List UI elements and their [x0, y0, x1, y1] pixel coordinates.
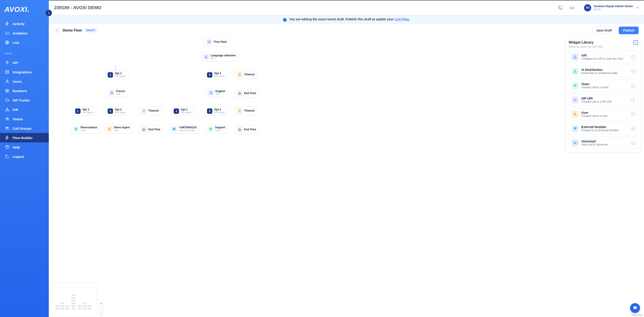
svg-point-55 — [576, 85, 576, 85]
sidebar-item-help[interactable]: Help — [0, 142, 49, 152]
svg-point-16 — [8, 118, 8, 119]
node-opt1-b[interactable]: 1 Opt 1IVR Option — [73, 107, 96, 115]
node-timeout-b[interactable]: Timeout — [139, 107, 161, 115]
widget--distribution[interactable]: % DistributionRoute flow to conditional … — [568, 65, 638, 77]
chat-fab[interactable] — [630, 303, 640, 313]
sidebar-item-live[interactable]: Live — [0, 38, 49, 47]
widget-voicemail[interactable]: VoicemailSend call to Voicemail+ — [568, 137, 638, 149]
publish-button[interactable]: Publish — [619, 26, 639, 34]
sidebar-item-flow-builder[interactable]: Flow Builder — [0, 133, 49, 142]
zoom-out-button[interactable]: − — [99, 306, 104, 311]
node-english[interactable]: EnglishIVR — [206, 88, 228, 97]
user-icon — [5, 79, 10, 84]
widget-ivr[interactable]: IVRConfigure an IVR to route this Flow+ — [568, 51, 638, 63]
nav-label: Logout — [12, 155, 24, 158]
draft-badge: DRAFT — [84, 28, 97, 33]
sidebar-item-integrations[interactable]: Integrations — [0, 67, 49, 77]
sidebar-item-ivr[interactable]: IVR — [0, 105, 49, 114]
svg-point-41 — [175, 129, 175, 129]
info-icon: i — [283, 18, 287, 22]
ivr-icon — [208, 90, 214, 95]
sidebar-item-api[interactable]: API — [0, 58, 49, 67]
widget-team[interactable]: TeamForward call to a Team+ — [568, 80, 638, 92]
nav-label: SIP Trunks — [12, 98, 30, 102]
draft-banner: i You are editing the most recent draft.… — [49, 15, 644, 24]
node-opt2-b[interactable]: 2 Opt 2IVR Option — [105, 107, 128, 115]
user-role: Admin — [594, 8, 633, 11]
sidebar-item-call-groups[interactable]: Call Groups — [0, 124, 49, 133]
sidebar-item-sip-trunks[interactable]: SIP Trunks — [0, 95, 49, 105]
end-icon — [237, 127, 242, 132]
node-flow-start[interactable]: Flow Start — [204, 38, 229, 46]
widget-external-number[interactable]: External NumberForward to an External Nu… — [568, 122, 638, 135]
svg-point-40 — [174, 129, 174, 129]
node-opt1-a[interactable]: 1 Opt 1IVR Option — [105, 70, 128, 79]
voicemail-icon[interactable] — [568, 4, 575, 11]
node-end-c[interactable]: End Flow — [234, 125, 258, 134]
node-language-selection[interactable]: Language selectionIVR — [201, 52, 238, 61]
node-support[interactable]: SupportTeam — [206, 124, 228, 133]
back-button[interactable] — [54, 27, 60, 33]
sidebar-item-activity[interactable]: Activity — [0, 19, 49, 28]
widget-desc: Forward call to a Team — [581, 86, 628, 89]
svg-point-53 — [576, 72, 576, 73]
sidebar-item-analytics[interactable]: Analytics — [0, 28, 49, 38]
banner-text: You are editing the most recent draft. P… — [289, 17, 394, 21]
widget-sip-uri[interactable]: SIP URIForward call to a SIP URI+ — [568, 94, 638, 106]
node-opt2-c[interactable]: 2 Opt 2IVR Option — [204, 107, 228, 115]
add-widget-icon[interactable]: + — [631, 98, 635, 102]
bolt-icon — [5, 135, 10, 140]
widget-user[interactable]: UserForward call to a User+ — [568, 108, 638, 120]
collapse-panel-button[interactable]: − — [634, 40, 638, 45]
nav-label: Live — [12, 41, 19, 44]
sidebar-item-users[interactable]: Users — [0, 77, 49, 86]
node-french[interactable]: FrenchIVR — [106, 88, 128, 97]
svg-point-34 — [109, 128, 110, 129]
sidebar-item-numbers[interactable]: Numbers — [0, 86, 49, 95]
svg-point-42 — [173, 129, 174, 130]
dots-icon — [5, 88, 10, 93]
add-widget-icon[interactable]: + — [631, 141, 635, 145]
add-widget-icon[interactable]: + — [631, 127, 635, 131]
sidebar-item-teams[interactable]: Teams — [0, 114, 49, 124]
widget-title: SIP URI — [581, 97, 628, 100]
node-end-b[interactable]: End Flow — [139, 125, 163, 134]
node-reservations[interactable]: ReservationsTeam — [71, 124, 100, 133]
add-widget-icon[interactable]: + — [631, 112, 635, 116]
sidebar-item-logout[interactable]: Logout — [0, 152, 49, 161]
dialer-icon[interactable] — [556, 4, 564, 11]
minimap[interactable] — [50, 283, 97, 316]
sidebar-collapse-button[interactable] — [46, 10, 52, 16]
add-widget-icon[interactable]: + — [631, 84, 635, 88]
save-draft-button[interactable]: Save Draft — [592, 26, 616, 34]
user-menu[interactable]: TR Tasleem Rayali Admin Demo Admin ▾ — [584, 4, 639, 11]
user-name: Tasleem Rayali Admin Demo — [594, 4, 633, 8]
zoom-in-button[interactable]: + — [99, 301, 104, 306]
svg-point-37 — [174, 128, 174, 128]
svg-point-62 — [576, 128, 576, 129]
add-widget-icon[interactable]: + — [631, 55, 635, 59]
node-opt2-a[interactable]: 2 Opt 2IVR Option — [204, 70, 228, 79]
svg-point-1 — [6, 70, 8, 71]
node-demo-agent[interactable]: Demo AgentUser — [104, 124, 132, 133]
stack-icon — [5, 70, 10, 74]
nav-label: Flow Builder — [12, 136, 33, 140]
live-flow-link[interactable]: Live Flow. — [394, 17, 410, 21]
svg-point-44 — [175, 129, 175, 130]
node-timeout-a[interactable]: Timeout — [234, 70, 257, 79]
fit-view-button[interactable]: ⛶ — [99, 311, 104, 316]
svg-point-32 — [76, 128, 76, 129]
nav-label: Numbers — [12, 89, 27, 93]
hourglass-icon — [237, 72, 242, 77]
node-end-a[interactable]: End Flow — [234, 89, 258, 98]
node-timeout-c[interactable]: Timeout — [234, 107, 257, 115]
toolbar: Demo Flow DRAFT Save Draft Publish — [49, 24, 644, 37]
node-opt1-c[interactable]: 1 Opt 1IVR Option — [171, 107, 194, 115]
svg-point-12 — [7, 108, 8, 109]
svg-point-50 — [576, 58, 576, 58]
flow-canvas[interactable]: Flow Start Language selectionIVR 1 Opt 1… — [49, 37, 644, 317]
option-number-icon: 2 — [108, 108, 113, 114]
node-external-number[interactable]: +19876543210External Number — [169, 124, 199, 133]
svg-point-17 — [6, 127, 7, 128]
add-widget-icon[interactable]: + — [631, 69, 635, 73]
